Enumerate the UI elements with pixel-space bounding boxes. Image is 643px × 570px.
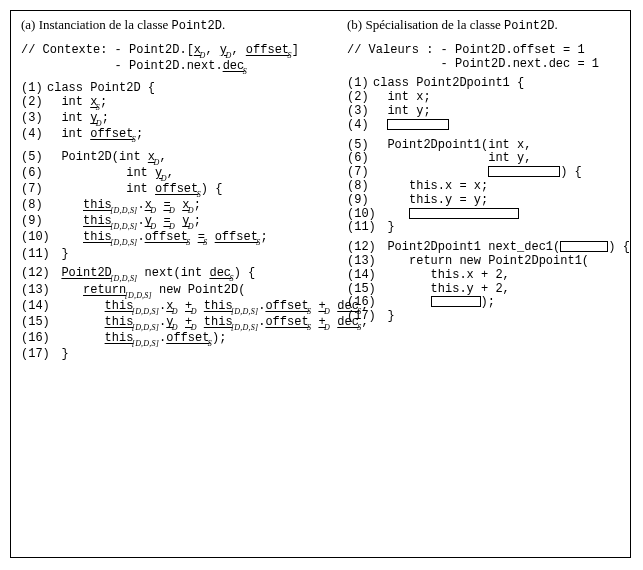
- code-line: (4): [347, 119, 627, 133]
- left-title: (a) Instanciation de la classe Point2D.: [21, 17, 331, 34]
- code-line: (13) return[D,D,S] new Point2D(: [21, 284, 331, 300]
- title-dot: .: [554, 17, 557, 32]
- code-line: (10) this[D,D,S].offsetS =S offsetS;: [21, 231, 331, 247]
- code-line: (9) this[D,D,S].yD =D yD;: [21, 215, 331, 231]
- code-line: (2) int xS;: [21, 96, 331, 112]
- blank-box: [488, 166, 560, 177]
- figure-frame: (a) Instanciation de la classe Point2D. …: [10, 10, 631, 558]
- code-line: (8) this[D,D,S].xD =D xD;: [21, 199, 331, 215]
- title-code: Point2D: [504, 19, 554, 33]
- code-line: (4) int offsetS;: [21, 128, 331, 144]
- code-line: (7) int offsetS) {: [21, 183, 331, 199]
- code-line: (15) this[D,D,S].yD +D this[D,D,S].offse…: [21, 316, 331, 332]
- code-line: (2) int x;: [347, 91, 627, 105]
- context-line-1: // Contexte: - Point2D.[xD, yD, offsetS]: [21, 44, 331, 60]
- right-panel: (b) Spécialisation de la classe Point2D.…: [347, 17, 627, 551]
- code-line: (12) Point2D[D,D,S] next(int decS) {: [21, 267, 331, 283]
- code-line: (16) this[D,D,S].offsetS);: [21, 332, 331, 348]
- code-line: (1)class Point2D {: [21, 82, 331, 96]
- code-line: (14) this[D,D,S].xD +D this[D,D,S].offse…: [21, 300, 331, 316]
- title-text: (a) Instanciation de la classe: [21, 17, 172, 32]
- context-line-2: - Point2D.next.decS: [21, 60, 331, 76]
- code-line: (5) Point2D(int xD,: [21, 151, 331, 167]
- code-line: (9) this.y = y;: [347, 194, 627, 208]
- title-code: Point2D: [172, 19, 222, 33]
- right-title: (b) Spécialisation de la classe Point2D.: [347, 17, 627, 34]
- code-line: (5) Point2Dpoint1(int x,: [347, 139, 627, 153]
- values-line-1: // Valeurs : - Point2D.offset = 1: [347, 44, 627, 58]
- code-line: (15) this.y + 2,: [347, 283, 627, 297]
- blank-box: [409, 208, 519, 219]
- code-line: (8) this.x = x;: [347, 180, 627, 194]
- right-code: // Valeurs : - Point2D.offset = 1 - Poin…: [347, 44, 627, 324]
- code-line: (11) }: [21, 248, 331, 262]
- blank-box: [387, 119, 449, 130]
- code-line: (3) int y;: [347, 105, 627, 119]
- code-line: (12) Point2Dpoint1 next_dec1() {: [347, 241, 627, 255]
- code-line: (11) }: [347, 221, 627, 235]
- blank-box: [431, 296, 481, 307]
- code-line: (7) ) {: [347, 166, 627, 180]
- code-line: (6) int yD,: [21, 167, 331, 183]
- blank-box: [560, 241, 608, 252]
- values-line-2: - Point2D.next.dec = 1: [347, 58, 627, 72]
- code-line: (10): [347, 208, 627, 222]
- code-line: (17) }: [347, 310, 627, 324]
- title-text: (b) Spécialisation de la classe: [347, 17, 504, 32]
- title-dot: .: [222, 17, 225, 32]
- code-line: (6) int y,: [347, 152, 627, 166]
- code-line: (13) return new Point2Dpoint1(: [347, 255, 627, 269]
- left-panel: (a) Instanciation de la classe Point2D. …: [21, 17, 331, 551]
- code-line: (17) }: [21, 348, 331, 362]
- code-line: (1)class Point2Dpoint1 {: [347, 77, 627, 91]
- left-code: // Contexte: - Point2D.[xD, yD, offsetS]…: [21, 44, 331, 362]
- code-line: (16) );: [347, 296, 627, 310]
- code-line: (3) int yD;: [21, 112, 331, 128]
- code-line: (14) this.x + 2,: [347, 269, 627, 283]
